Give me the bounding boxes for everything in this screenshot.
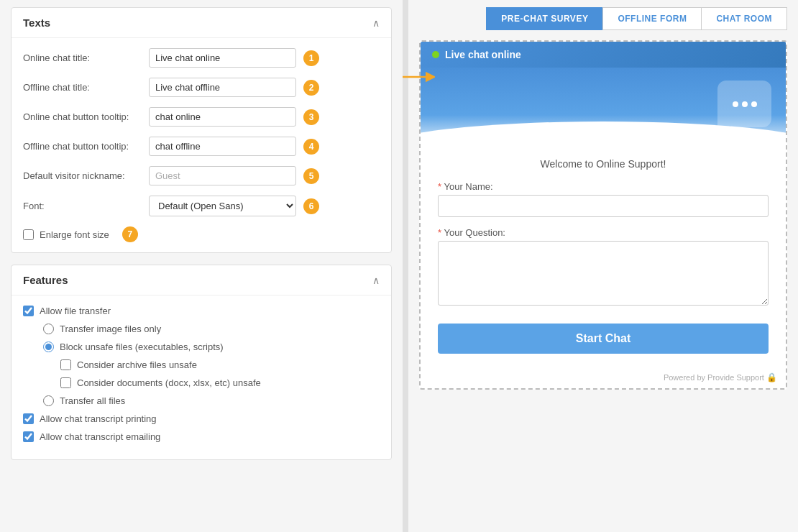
allow-transcript-print-checkbox[interactable] <box>23 413 34 424</box>
badge-5: 5 <box>303 168 319 184</box>
features-section-body: Allow file transfer Transfer image files… <box>12 295 391 459</box>
allow-file-transfer-label: Allow file transfer <box>40 306 111 316</box>
badge-7: 7 <box>122 226 138 242</box>
allow-transcript-print-row: Allow chat transcript printing <box>23 413 380 424</box>
font-row: Font: Default (Open Sans) Arial Georgia … <box>23 196 380 216</box>
texts-section-header: Texts ∧ <box>12 8 391 38</box>
consider-docs-checkbox[interactable] <box>60 377 71 388</box>
bubble-dot-2 <box>742 101 748 107</box>
status-dot <box>432 51 439 58</box>
enlarge-font-row: Enlarge font size 7 <box>23 226 380 242</box>
tab-bar: PRE-CHAT SURVEY OFFLINE FORM CHAT ROOM <box>419 7 787 30</box>
online-chat-title-row: Online chat title: 1 <box>23 48 380 68</box>
enlarge-font-label: Enlarge font size <box>40 229 109 240</box>
chat-bubble-icon <box>717 81 771 127</box>
transfer-image-row: Transfer image files only <box>23 324 380 334</box>
block-unsafe-radio[interactable] <box>43 341 54 352</box>
allow-transcript-print-label: Allow chat transcript printing <box>40 413 157 424</box>
question-field-textarea[interactable] <box>438 241 769 306</box>
allow-file-transfer-checkbox[interactable] <box>23 306 34 316</box>
texts-section-title: Texts <box>23 17 50 29</box>
chat-bubble-wrapper <box>717 81 771 127</box>
question-field-label: * Your Question: <box>438 227 769 238</box>
consider-archive-label: Consider archive files unsafe <box>77 359 197 370</box>
tab-pre-chat-survey[interactable]: PRE-CHAT SURVEY <box>486 7 602 30</box>
features-section: Features ∧ Allow file transfer Transfer … <box>11 265 392 460</box>
chat-wave <box>421 68 786 147</box>
question-field-group: * Your Question: <box>438 227 769 308</box>
font-select[interactable]: Default (Open Sans) Arial Georgia <box>149 196 296 216</box>
tab-chat-room[interactable]: CHAT ROOM <box>701 7 787 30</box>
badge-4: 4 <box>303 139 319 155</box>
question-required-mark: * <box>438 227 441 238</box>
allow-transcript-email-checkbox[interactable] <box>23 431 34 442</box>
right-panel: PRE-CHAT SURVEY OFFLINE FORM CHAT ROOM L… <box>408 0 798 532</box>
transfer-all-label: Transfer all files <box>60 395 125 406</box>
bubble-dot-3 <box>751 101 757 107</box>
offline-chat-title-row: Offline chat title: 2 <box>23 78 380 97</box>
name-field-group: * Your Name: <box>438 181 769 217</box>
chat-header-title: Live chat online <box>445 49 521 60</box>
offline-tooltip-label: Offline chat button tooltip: <box>23 141 149 152</box>
bubble-dot-1 <box>733 101 738 107</box>
texts-section-body: Online chat title: 1 Offline chat title:… <box>12 38 391 252</box>
online-chat-title-input[interactable] <box>149 48 296 68</box>
badge-3: 3 <box>303 109 319 125</box>
online-tooltip-input[interactable] <box>149 107 296 127</box>
name-field-input[interactable] <box>438 195 769 217</box>
block-unsafe-label: Block unsafe files (executables, scripts… <box>60 341 224 352</box>
offline-tooltip-input[interactable] <box>149 137 296 156</box>
badge-6: 6 <box>303 198 319 214</box>
visitor-nickname-label: Default visitor nickname: <box>23 170 149 181</box>
badge-1: 1 <box>303 50 319 66</box>
welcome-text: Welcome to Online Support! <box>438 158 769 170</box>
transfer-image-radio[interactable] <box>43 324 54 334</box>
chat-preview: Live chat online We <box>419 40 787 390</box>
texts-section: Texts ∧ Online chat title: 1 Offline cha… <box>11 7 392 253</box>
left-panel: Texts ∧ Online chat title: 1 Offline cha… <box>0 0 403 532</box>
enlarge-font-checkbox[interactable] <box>23 229 34 240</box>
lock-icon: 🔒 <box>766 372 777 382</box>
offline-chat-title-input[interactable] <box>149 78 296 97</box>
visitor-nickname-row: Default visitor nickname: 5 <box>23 166 380 185</box>
transfer-all-radio[interactable] <box>43 395 54 406</box>
powered-by: Powered by Provide Support 🔒 <box>421 368 786 388</box>
texts-collapse-icon[interactable]: ∧ <box>372 17 380 29</box>
tab-offline-form[interactable]: OFFLINE FORM <box>602 7 701 30</box>
online-chat-title-label: Online chat title: <box>23 52 149 63</box>
font-label: Font: <box>23 201 149 211</box>
preview-wrapper: Live chat online We <box>419 40 787 390</box>
start-chat-button[interactable]: Start Chat <box>438 324 769 354</box>
block-unsafe-row: Block unsafe files (executables, scripts… <box>23 341 380 352</box>
panel-divider <box>403 0 408 532</box>
name-field-label: * Your Name: <box>438 181 769 192</box>
chat-body: Welcome to Online Support! * Your Name: … <box>421 147 786 368</box>
offline-chat-title-label: Offline chat title: <box>23 82 149 93</box>
badge-2: 2 <box>303 80 319 96</box>
chat-header: Live chat online <box>421 42 786 68</box>
consider-archive-checkbox[interactable] <box>60 359 71 370</box>
features-collapse-icon[interactable]: ∧ <box>372 275 380 286</box>
allow-transcript-email-label: Allow chat transcript emailing <box>40 431 160 442</box>
transfer-image-label: Transfer image files only <box>60 324 161 334</box>
allow-transcript-email-row: Allow chat transcript emailing <box>23 431 380 442</box>
offline-tooltip-row: Offline chat button tooltip: 4 <box>23 137 380 156</box>
features-section-title: Features <box>23 274 68 286</box>
transfer-all-row: Transfer all files <box>23 395 380 406</box>
visitor-nickname-input[interactable] <box>149 166 296 185</box>
consider-docs-row: Consider documents (docx, xlsx, etc) uns… <box>23 377 380 388</box>
online-tooltip-label: Online chat button tooltip: <box>23 111 149 122</box>
features-section-header: Features ∧ <box>12 265 391 295</box>
consider-archive-row: Consider archive files unsafe <box>23 359 380 370</box>
name-required-mark: * <box>438 181 441 192</box>
online-tooltip-row: Online chat button tooltip: 3 <box>23 107 380 127</box>
consider-docs-label: Consider documents (docx, xlsx, etc) uns… <box>77 377 261 388</box>
allow-file-transfer-row: Allow file transfer <box>23 306 380 316</box>
